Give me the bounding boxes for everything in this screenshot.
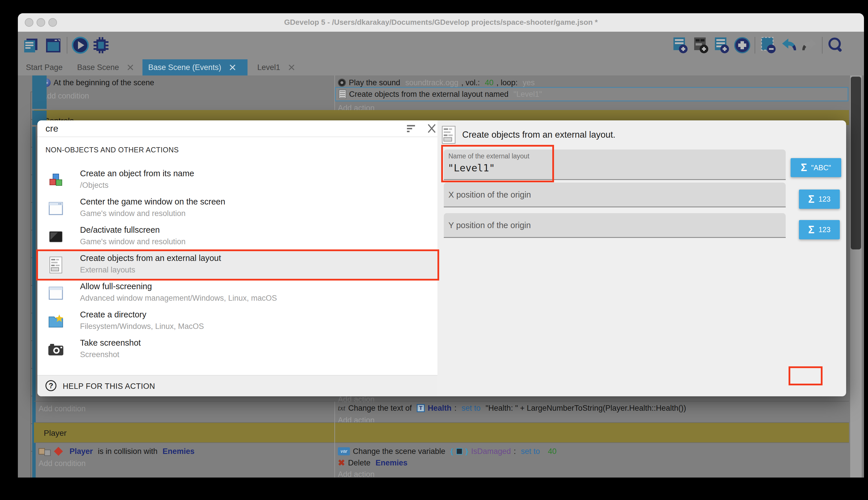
event-action-scene-variable[interactable]: var Change the scene variable {}IsDamage… [338, 446, 556, 456]
project-manager-icon[interactable] [22, 36, 40, 55]
play-icon[interactable] [71, 36, 89, 55]
titlebar: GDevelop 5 - /Users/dkarakay/Documents/G… [18, 13, 864, 32]
text-icon: txt [338, 403, 345, 413]
row-divider [34, 442, 849, 443]
brace-icon: } [465, 446, 468, 456]
folder-icon [48, 313, 64, 330]
add-comment-icon[interactable] [692, 36, 710, 55]
health-object-icon: T [417, 404, 425, 412]
column-divider [335, 76, 335, 110]
list-item-fullscreen[interactable]: De/activate fullscreen Game's window and… [37, 223, 437, 251]
sound-icon [338, 79, 346, 87]
field-placeholder: Y position of the origin [448, 220, 531, 230]
list-item-create-directory[interactable]: Create a directory Filesystem/Windows, L… [37, 308, 437, 336]
tabbar: Start Page Base Scene Base Scene (Events… [18, 59, 864, 76]
search-icon[interactable] [827, 36, 845, 55]
tab-base-scene[interactable]: Base Scene [71, 59, 140, 76]
event-condition-collision[interactable]: Player is in collision with Enemies [38, 446, 195, 456]
filter-icon[interactable] [406, 124, 418, 134]
object-cube-icon [44, 450, 51, 456]
add-other-event-icon[interactable] [733, 36, 751, 55]
column-divider [335, 401, 335, 478]
annotation-box-ok-button [788, 366, 822, 385]
add-condition-link[interactable]: Add condition [38, 458, 86, 468]
window-icon [48, 285, 64, 302]
row-divider [34, 401, 849, 401]
window-icon [48, 200, 64, 217]
events-scrollbar-thumb[interactable] [851, 77, 861, 249]
camera-icon [48, 341, 64, 358]
action-title: Create objects from an external layout. [462, 129, 615, 140]
field-placeholder: X position of the origin [448, 190, 531, 200]
add-condition-link[interactable]: Add condition [38, 404, 86, 413]
search-input[interactable]: cre [46, 123, 58, 134]
variable-image-icon [456, 448, 462, 454]
add-subevent-icon[interactable] [713, 36, 730, 55]
toolbar-separator [822, 37, 822, 54]
undo-icon[interactable] [780, 36, 798, 55]
event-gutter-line [31, 92, 31, 478]
annotation-box-list-item [36, 249, 439, 281]
tab-base-scene-events[interactable]: Base Scene (Events) [142, 59, 247, 76]
window-title: GDevelop 5 - /Users/dkarakay/Documents/G… [18, 18, 864, 27]
tab-label: Base Scene (Events) [148, 63, 221, 72]
annotation-box-name-field [441, 145, 554, 182]
section-header: NON-OBJECTS AND OTHER ACTIONS [46, 146, 179, 154]
divider [37, 137, 437, 137]
y-position-field[interactable]: Y position of the origin [444, 213, 786, 238]
brace-icon: { [450, 446, 453, 456]
group-player[interactable]: Player [34, 423, 849, 442]
fullscreen-icon [48, 228, 64, 246]
event-strip [32, 76, 47, 109]
expression-editor-abc-button[interactable]: Σ"ABC" [790, 158, 841, 177]
event-action-delete[interactable]: ✖ Delete Enemies [338, 458, 408, 468]
objects-cubes-icon [48, 172, 64, 189]
add-action-link[interactable]: Add action [338, 469, 375, 478]
delete-icon: ✖ [338, 458, 345, 468]
add-event-icon[interactable] [671, 36, 689, 55]
variable-icon: var [338, 447, 350, 455]
toolbar-separator [67, 37, 67, 54]
add-condition-link[interactable]: Add condition [42, 91, 89, 101]
tab-label: Level1 [257, 63, 280, 72]
toolbar-separator [754, 37, 755, 54]
collision-icon [54, 447, 63, 456]
events-scrollbar[interactable] [850, 76, 862, 478]
main-toolbar [18, 32, 864, 59]
close-icon[interactable] [426, 123, 437, 134]
dialog-footer: ? HELP FOR THIS ACTION [37, 375, 437, 396]
gdevelop-window: GDevelop 5 - /Users/dkarakay/Documents/G… [18, 13, 864, 478]
external-layout-icon [441, 126, 456, 144]
event-condition[interactable]: ▶ At the beginning of the scene [42, 78, 154, 88]
list-item-allow-fullscreening[interactable]: Allow full-screening Advanced window man… [37, 280, 437, 308]
help-icon: ? [46, 380, 56, 391]
tab-label: Base Scene [77, 63, 119, 72]
tab-level1[interactable]: Level1 [251, 59, 301, 76]
remove-event-icon[interactable] [759, 36, 777, 55]
expression-editor-123-button[interactable]: Σ123 [799, 190, 840, 209]
tab-close-icon[interactable] [288, 64, 295, 71]
scene-editor-icon[interactable] [44, 36, 62, 55]
event-action-create-objects-selected[interactable]: Create objects from the external layout … [335, 87, 848, 101]
x-position-field[interactable]: X position of the origin [444, 183, 786, 207]
help-link[interactable]: HELP FOR THIS ACTION [63, 382, 155, 391]
list-item-take-screenshot[interactable]: Take screenshot Screenshot [37, 336, 437, 364]
event-action-play-sound[interactable]: Play the sound soundtrack.ogg, vol.: 40,… [338, 78, 535, 88]
list-item-create-object[interactable]: Create an object from its name /Objects [37, 167, 437, 195]
tab-close-icon[interactable] [127, 64, 134, 71]
expression-editor-123-button[interactable]: Σ123 [799, 220, 840, 239]
redo-icon[interactable] [801, 36, 819, 55]
debug-icon[interactable] [92, 36, 110, 55]
tab-start-page[interactable]: Start Page [20, 59, 69, 76]
event-action-change-text[interactable]: txt Change the text of THealth: set to "… [338, 403, 686, 413]
external-layout-icon [339, 90, 346, 99]
tab-close-icon[interactable] [229, 64, 236, 71]
list-item-center-window[interactable]: Center the game window on the screen Gam… [37, 195, 437, 223]
tab-label: Start Page [26, 63, 63, 72]
object-cube-icon [38, 448, 45, 454]
